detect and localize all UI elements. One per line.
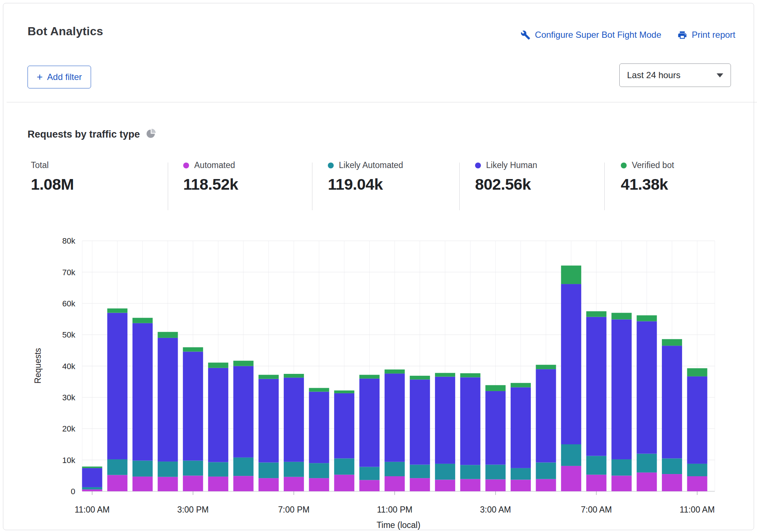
bar-segment[interactable] <box>662 339 682 346</box>
bar-segment[interactable] <box>309 392 329 463</box>
bar-segment[interactable] <box>687 476 707 491</box>
bar-segment[interactable] <box>82 467 102 468</box>
bar-segment[interactable] <box>385 462 405 476</box>
bar-segment[interactable] <box>359 480 380 491</box>
bar-segment[interactable] <box>687 368 707 376</box>
bar-segment[interactable] <box>410 478 430 491</box>
bar-segment[interactable] <box>158 338 178 462</box>
bar-segment[interactable] <box>410 379 430 464</box>
bar-segment[interactable] <box>208 477 228 491</box>
bar-segment[interactable] <box>687 376 707 464</box>
bar-segment[interactable] <box>309 388 329 391</box>
bar-segment[interactable] <box>82 468 102 487</box>
bar-segment[interactable] <box>208 368 228 462</box>
bar-segment[interactable] <box>511 468 531 480</box>
bar-segment[interactable] <box>233 476 254 491</box>
bar-segment[interactable] <box>561 444 581 466</box>
bar-segment[interactable] <box>536 462 556 479</box>
bar-segment[interactable] <box>233 361 254 366</box>
bar-segment[interactable] <box>460 465 481 479</box>
bar-segment[interactable] <box>233 458 254 476</box>
bar-segment[interactable] <box>133 477 153 491</box>
configure-super-bot-fight-mode-link[interactable]: Configure Super Bot Fight Mode <box>521 30 661 40</box>
bar-segment[interactable] <box>359 375 380 379</box>
bar-segment[interactable] <box>258 478 279 491</box>
bar-segment[interactable] <box>561 284 581 444</box>
bar-segment[interactable] <box>284 374 304 378</box>
bar-segment[interactable] <box>536 369 556 462</box>
bar-segment[interactable] <box>183 351 203 460</box>
bar-segment[interactable] <box>435 377 455 464</box>
bar-segment[interactable] <box>662 346 682 458</box>
bar-segment[interactable] <box>662 474 682 491</box>
bar-segment[interactable] <box>637 473 657 491</box>
bar-segment[interactable] <box>183 475 203 491</box>
bar-segment[interactable] <box>586 456 606 475</box>
bar-segment[interactable] <box>612 459 632 475</box>
bar-segment[interactable] <box>637 315 657 321</box>
bar-segment[interactable] <box>385 374 405 462</box>
bar-segment[interactable] <box>536 479 556 491</box>
bar-segment[interactable] <box>82 487 102 489</box>
bar-segment[interactable] <box>334 390 354 393</box>
bar-segment[interactable] <box>107 459 127 475</box>
bar-segment[interactable] <box>359 467 380 480</box>
bar-segment[interactable] <box>485 391 506 465</box>
bar-segment[interactable] <box>637 454 657 473</box>
bar-segment[interactable] <box>460 373 481 377</box>
print-report-link[interactable]: Print report <box>677 30 735 40</box>
bar-segment[interactable] <box>511 480 531 491</box>
bar-segment[interactable] <box>133 323 153 461</box>
bar-segment[interactable] <box>258 379 279 463</box>
bar-segment[interactable] <box>284 462 304 477</box>
bar-segment[interactable] <box>561 466 581 491</box>
bar-segment[interactable] <box>612 320 632 459</box>
add-filter-button[interactable]: + Add filter <box>28 66 91 88</box>
bar-segment[interactable] <box>309 478 329 491</box>
bar-segment[interactable] <box>133 460 153 477</box>
bar-segment[interactable] <box>158 332 178 338</box>
bar-segment[interactable] <box>485 480 506 491</box>
bar-segment[interactable] <box>183 347 203 351</box>
bar-segment[interactable] <box>435 373 455 376</box>
bar-segment[interactable] <box>435 464 455 480</box>
time-range-select[interactable]: Last 24 hours <box>619 63 731 87</box>
bar-segment[interactable] <box>107 309 127 313</box>
bar-segment[interactable] <box>586 311 606 317</box>
bar-segment[interactable] <box>359 379 380 467</box>
bar-segment[interactable] <box>612 313 632 320</box>
bar-segment[interactable] <box>460 479 481 491</box>
bar-segment[interactable] <box>385 476 405 491</box>
bar-segment[interactable] <box>334 393 354 458</box>
bar-segment[interactable] <box>435 480 455 491</box>
bar-segment[interactable] <box>107 475 127 491</box>
bar-segment[interactable] <box>208 462 228 477</box>
bar-segment[interactable] <box>284 477 304 491</box>
bar-segment[interactable] <box>183 460 203 475</box>
bar-segment[interactable] <box>511 387 531 468</box>
requests-by-traffic-type-chart[interactable]: 010k20k30k40k50k60k70k80kRequests11:00 A… <box>3 223 757 532</box>
bar-segment[interactable] <box>586 317 606 456</box>
bar-segment[interactable] <box>133 318 153 323</box>
bar-segment[interactable] <box>158 477 178 491</box>
bar-segment[interactable] <box>410 464 430 478</box>
bar-segment[interactable] <box>107 313 127 459</box>
bar-segment[interactable] <box>637 321 657 454</box>
bar-segment[interactable] <box>410 376 430 379</box>
bar-segment[interactable] <box>334 475 354 491</box>
bar-segment[interactable] <box>511 383 531 387</box>
bar-segment[interactable] <box>158 462 178 477</box>
bar-segment[interactable] <box>561 266 581 284</box>
bar-segment[interactable] <box>460 377 481 465</box>
bar-segment[interactable] <box>536 365 556 369</box>
bar-segment[interactable] <box>485 385 506 391</box>
bar-segment[interactable] <box>233 366 254 458</box>
bar-segment[interactable] <box>82 489 102 491</box>
bar-segment[interactable] <box>208 362 228 368</box>
bar-segment[interactable] <box>586 475 606 491</box>
bar-segment[interactable] <box>309 463 329 478</box>
bar-segment[interactable] <box>612 475 632 491</box>
bar-segment[interactable] <box>385 369 405 374</box>
bar-segment[interactable] <box>687 464 707 476</box>
bar-segment[interactable] <box>258 375 279 379</box>
